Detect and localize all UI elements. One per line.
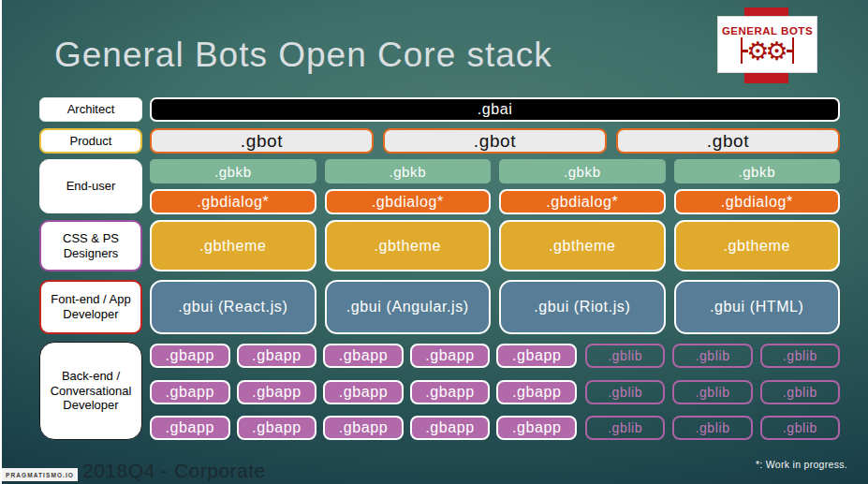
gbapp-box: .gbapp bbox=[496, 344, 577, 368]
row-label-end-user: End-user bbox=[39, 159, 142, 213]
gbapp-box: .gbapp bbox=[237, 344, 317, 368]
pragmatismo-badge: PRAGMATISMO.IO bbox=[2, 468, 78, 481]
gbkb-box: .gbkb bbox=[674, 159, 841, 183]
gblib-box: .gblib bbox=[672, 380, 752, 404]
gbai-box: .gbai bbox=[150, 97, 840, 122]
gbapp-box: .gbapp bbox=[323, 344, 404, 368]
gbapp-box: .gbapp bbox=[150, 380, 230, 404]
row-apps-3: .gbapp .gbapp .gbapp .gbapp .gbapp .gbli… bbox=[150, 416, 840, 440]
slide-title: General Bots Open Core stack bbox=[54, 36, 552, 75]
gblib-group: .gblib .gblib .gblib bbox=[585, 380, 840, 404]
row-label-frontend-app-developer: Font-end / App Developer bbox=[39, 280, 142, 334]
gblib-box: .gblib bbox=[672, 416, 752, 440]
slide-left-edge bbox=[0, 0, 2, 484]
gbot-box: .gbot bbox=[150, 128, 374, 154]
gbapp-box: .gbapp bbox=[410, 380, 491, 404]
gbdialog-box: .gbdialog* bbox=[325, 189, 492, 214]
row-gbui: .gbui (React.js) .gbui (Angular.js) .gbu… bbox=[150, 280, 840, 334]
gbkb-box: .gbkb bbox=[325, 159, 492, 183]
gbapp-group: .gbapp .gbapp .gbapp .gbapp .gbapp bbox=[150, 416, 577, 440]
gbkb-box: .gbkb bbox=[499, 159, 666, 183]
gbapp-box: .gbapp bbox=[410, 344, 491, 368]
gbtheme-box: .gbtheme bbox=[325, 220, 492, 271]
gbapp-box: .gbapp bbox=[150, 416, 230, 440]
general-bots-logo: GENERAL BOTS ⚙⚙ bbox=[717, 16, 817, 73]
gbui-riot-box: .gbui (Riot.js) bbox=[499, 280, 666, 334]
gbapp-box: .gbapp bbox=[410, 416, 491, 440]
gbui-react-box: .gbui (React.js) bbox=[150, 280, 316, 334]
work-in-progress-footnote: *: Work in progress. bbox=[756, 459, 847, 470]
gbdialog-box: .gbdialog* bbox=[150, 189, 316, 214]
gbtheme-box: .gbtheme bbox=[674, 220, 841, 271]
row-gbai: .gbai bbox=[150, 97, 840, 122]
gblib-box: .gblib bbox=[585, 344, 665, 368]
row-gbkb: .gbkb .gbkb .gbkb .gbkb bbox=[150, 159, 840, 183]
gears-icon: ⚙⚙ bbox=[741, 37, 794, 64]
gear-icon: ⚙ bbox=[766, 38, 788, 64]
footer-caption: 2018Q4 - Corporate bbox=[82, 460, 266, 482]
row-apps-1: .gbapp .gbapp .gbapp .gbapp .gbapp .gbli… bbox=[150, 344, 840, 368]
gblib-box: .gblib bbox=[585, 380, 665, 404]
gbot-box: .gbot bbox=[383, 128, 607, 154]
row-gbot: .gbot .gbot .gbot bbox=[150, 128, 840, 154]
gbui-html-box: .gbui (HTML) bbox=[674, 280, 841, 334]
gbdialog-box: .gbdialog* bbox=[674, 189, 841, 214]
gbkb-box: .gbkb bbox=[150, 159, 316, 183]
logo-brand-text: GENERAL BOTS bbox=[722, 25, 813, 37]
gblib-box: .gblib bbox=[760, 416, 840, 440]
gblib-box: .gblib bbox=[585, 416, 665, 440]
slide: General Bots Open Core stack GENERAL BOT… bbox=[0, 0, 868, 484]
row-apps-2: .gbapp .gbapp .gbapp .gbapp .gbapp .gbli… bbox=[150, 380, 840, 404]
gbapp-group: .gbapp .gbapp .gbapp .gbapp .gbapp bbox=[150, 344, 577, 368]
row-label-backend-conversational-developer: Back-end / Conversational Developer bbox=[39, 342, 142, 440]
gbapp-box: .gbapp bbox=[496, 380, 577, 404]
gbapp-box: .gbapp bbox=[150, 344, 230, 368]
gbdialog-box: .gbdialog* bbox=[499, 189, 666, 214]
gblib-group: .gblib .gblib .gblib bbox=[585, 344, 840, 368]
gbapp-box: .gbapp bbox=[237, 416, 317, 440]
gblib-group: .gblib .gblib .gblib bbox=[585, 416, 840, 440]
gbapp-box: .gbapp bbox=[496, 416, 577, 440]
row-gbtheme: .gbtheme .gbtheme .gbtheme .gbtheme bbox=[150, 220, 840, 271]
gbtheme-box: .gbtheme bbox=[499, 220, 666, 271]
gbapp-box: .gbapp bbox=[323, 416, 404, 440]
gblib-box: .gblib bbox=[672, 344, 752, 368]
gbapp-box: .gbapp bbox=[237, 380, 317, 404]
gblib-box: .gblib bbox=[760, 344, 840, 368]
row-label-architect: Architect bbox=[39, 97, 142, 122]
row-label-product: Product bbox=[39, 128, 142, 154]
gbapp-group: .gbapp .gbapp .gbapp .gbapp .gbapp bbox=[150, 380, 577, 404]
gbui-angular-box: .gbui (Angular.js) bbox=[325, 280, 492, 334]
gbtheme-box: .gbtheme bbox=[150, 220, 316, 271]
gblib-box: .gblib bbox=[760, 380, 840, 404]
gbot-box: .gbot bbox=[616, 128, 840, 154]
gear-bar-right bbox=[792, 37, 795, 64]
row-label-css-ps-designers: CSS & PS Designers bbox=[39, 220, 142, 271]
row-gbdialog: .gbdialog* .gbdialog* .gbdialog* .gbdial… bbox=[150, 189, 840, 214]
gbapp-box: .gbapp bbox=[323, 380, 404, 404]
